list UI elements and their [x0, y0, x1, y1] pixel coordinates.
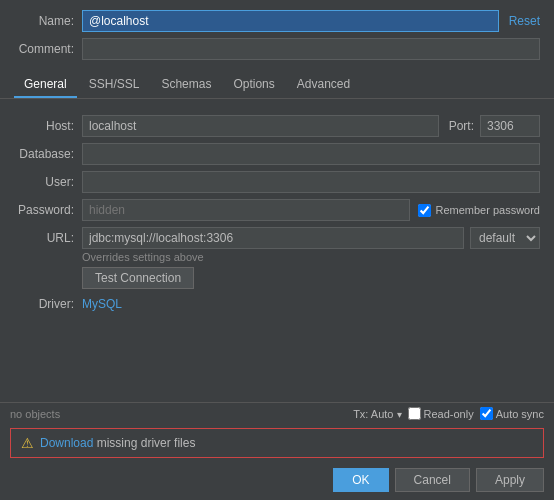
name-input[interactable]: [82, 10, 499, 32]
host-port-row: Host: Port:: [14, 115, 540, 137]
warning-icon: ⚠: [21, 435, 34, 451]
bottom-right-controls: Tx: Auto ▾ Read-only Auto sync: [353, 407, 544, 420]
driver-link[interactable]: MySQL: [82, 297, 122, 311]
tx-label: Tx: Auto ▾: [353, 408, 401, 420]
readonly-checkbox[interactable]: [408, 407, 421, 420]
user-input[interactable]: [82, 171, 540, 193]
warning-bar: ⚠ Download missing driver files: [10, 428, 544, 458]
name-label: Name:: [14, 14, 82, 28]
general-form: Host: Port: Database: User: Password: Re…: [0, 105, 554, 317]
readonly-label[interactable]: Read-only: [408, 407, 474, 420]
action-bar: OK Cancel Apply: [0, 462, 554, 500]
password-label: Password:: [14, 203, 82, 217]
ok-button[interactable]: OK: [333, 468, 388, 492]
tab-sshssl[interactable]: SSH/SSL: [79, 72, 150, 98]
comment-input[interactable]: [82, 38, 540, 60]
port-label: Port:: [449, 119, 474, 133]
test-connection-button[interactable]: Test Connection: [82, 267, 194, 289]
password-input[interactable]: [82, 199, 410, 221]
reset-link[interactable]: Reset: [499, 14, 540, 28]
tab-advanced[interactable]: Advanced: [287, 72, 360, 98]
comment-row: Comment:: [14, 38, 540, 60]
user-row: User:: [14, 171, 540, 193]
content-spacer: [0, 317, 554, 402]
port-input[interactable]: [480, 115, 540, 137]
driver-row: Driver: MySQL: [14, 297, 540, 311]
bottom-status-bar: no objects Tx: Auto ▾ Read-only Auto syn…: [0, 402, 554, 424]
remember-password-label[interactable]: Remember password: [418, 204, 540, 217]
tx-chevron-icon[interactable]: ▾: [397, 409, 402, 420]
header-form: Name: Reset Comment:: [0, 0, 554, 72]
tabs-bar: General SSH/SSL Schemas Options Advanced: [0, 72, 554, 99]
cancel-button[interactable]: Cancel: [395, 468, 470, 492]
host-label: Host:: [14, 119, 82, 133]
url-scheme-select[interactable]: default: [470, 227, 540, 249]
user-label: User:: [14, 175, 82, 189]
override-text: Overrides settings above: [82, 251, 540, 263]
url-input[interactable]: [82, 227, 464, 249]
tab-options[interactable]: Options: [223, 72, 284, 98]
no-objects-text: no objects: [10, 408, 60, 420]
database-input[interactable]: [82, 143, 540, 165]
url-label: URL:: [14, 231, 82, 245]
autosync-checkbox[interactable]: [480, 407, 493, 420]
name-row: Name: Reset: [14, 10, 540, 32]
remember-password-checkbox[interactable]: [418, 204, 431, 217]
download-link[interactable]: Download: [40, 436, 93, 450]
host-input[interactable]: [82, 115, 439, 137]
autosync-label[interactable]: Auto sync: [480, 407, 544, 420]
database-row: Database:: [14, 143, 540, 165]
password-row: Password: Remember password: [14, 199, 540, 221]
warning-text: Download missing driver files: [40, 436, 195, 450]
tab-general[interactable]: General: [14, 72, 77, 98]
tab-schemas[interactable]: Schemas: [151, 72, 221, 98]
driver-label: Driver:: [14, 297, 82, 311]
database-label: Database:: [14, 147, 82, 161]
comment-label: Comment:: [14, 42, 82, 56]
url-row: URL: default: [14, 227, 540, 249]
connection-dialog: Name: Reset Comment: General SSH/SSL Sch…: [0, 0, 554, 500]
apply-button[interactable]: Apply: [476, 468, 544, 492]
